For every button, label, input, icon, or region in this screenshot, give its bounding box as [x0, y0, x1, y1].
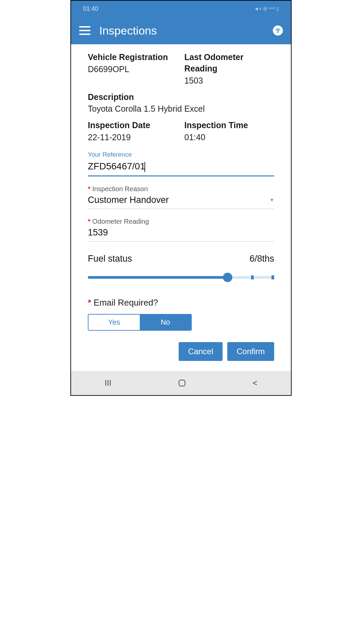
status-icons: ◄× ⦿ ᵛᵒᵈ ▯: [254, 6, 279, 11]
content-area: Vehicle Registration D6699OPL Last Odome…: [71, 44, 291, 371]
reason-label: * Inspection Reason: [88, 185, 274, 193]
description-value: Toyota Corolla 1.5 Hybrid Excel: [88, 104, 274, 114]
email-toggle[interactable]: Yes No: [88, 314, 192, 331]
back-icon[interactable]: <: [253, 378, 257, 388]
fuel-label: Fuel status: [88, 254, 132, 264]
inspection-date-value: 22-11-2019: [88, 132, 178, 142]
inspection-time-value: 01:40: [184, 132, 274, 142]
slider-fill: [88, 276, 228, 279]
reference-input[interactable]: ZFD56467/01: [88, 160, 274, 176]
email-no-option[interactable]: No: [140, 315, 191, 330]
menu-icon[interactable]: [79, 26, 90, 35]
page-title: Inspections: [99, 24, 264, 37]
cancel-button[interactable]: Cancel: [179, 342, 223, 361]
last-odometer-label: Last Odometer Reading: [184, 52, 274, 74]
app-bar: Inspections: [71, 17, 291, 44]
email-required-label: * Email Required?: [88, 298, 274, 308]
inspection-time-label: Inspection Time: [184, 120, 274, 131]
recents-icon[interactable]: III: [105, 378, 111, 388]
description-label: Description: [88, 92, 274, 103]
confirm-button[interactable]: Confirm: [227, 342, 274, 361]
slider-tick: [251, 275, 254, 279]
reference-value: ZFD56467/01: [88, 161, 145, 171]
status-bar: 01:40 ◄× ⦿ ᵛᵒᵈ ▯: [71, 1, 291, 17]
android-nav-bar: III <: [71, 371, 291, 395]
svg-point-0: [278, 32, 278, 33]
device-frame: 01:40 ◄× ⦿ ᵛᵒᵈ ▯ Inspections Vehicle Reg…: [70, 0, 292, 396]
vehicle-reg-value: D6699OPL: [88, 64, 178, 74]
email-yes-option[interactable]: Yes: [88, 315, 140, 330]
reason-value: Customer Handover: [88, 195, 169, 205]
fuel-slider[interactable]: [88, 271, 274, 284]
slider-tick: [272, 275, 274, 279]
wifi-icon[interactable]: [273, 25, 283, 36]
reference-label: Your Reference: [88, 151, 274, 158]
slider-thumb[interactable]: [223, 273, 232, 282]
inspection-date-label: Inspection Date: [88, 120, 178, 131]
chevron-down-icon: ▼: [269, 197, 274, 203]
odometer-label: * Odometer Reading: [88, 218, 274, 225]
reason-select[interactable]: Customer Handover ▼: [88, 195, 274, 209]
fuel-value: 6/8ths: [249, 254, 274, 264]
odometer-input[interactable]: 1539: [88, 227, 274, 238]
text-cursor: [144, 162, 145, 172]
last-odometer-value: 1503: [184, 76, 274, 86]
status-time: 01:40: [83, 5, 98, 12]
home-icon[interactable]: [179, 380, 185, 386]
vehicle-reg-label: Vehicle Registration: [88, 52, 178, 63]
